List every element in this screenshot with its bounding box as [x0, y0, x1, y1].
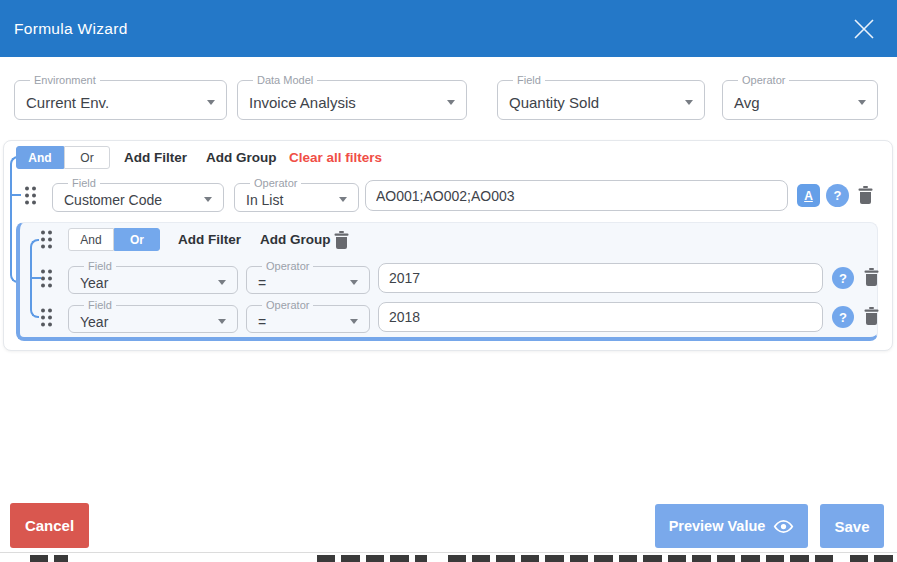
eye-icon: [773, 519, 794, 534]
chevron-down-icon: [204, 197, 212, 202]
root-add-group-button[interactable]: Add Group: [206, 150, 277, 165]
subgroup-and-toggle[interactable]: And: [68, 228, 114, 251]
year2-field-value: Year: [80, 314, 108, 330]
subgroup-add-filter-button[interactable]: Add Filter: [178, 232, 241, 247]
root-bracket-tick: [10, 194, 21, 196]
preview-value-button[interactable]: Preview Value: [655, 504, 808, 548]
environment-value: Current Env.: [26, 94, 109, 111]
subgroup-delete-button[interactable]: [334, 231, 349, 249]
save-label: Save: [834, 518, 869, 535]
chevron-down-icon: [858, 100, 866, 105]
year2-field-label: Field: [84, 300, 116, 311]
chevron-down-icon: [207, 100, 215, 105]
drag-handle-icon[interactable]: [39, 229, 53, 250]
chevron-down-icon: [350, 319, 358, 324]
close-icon: [851, 16, 877, 42]
year1-operator-value: =: [258, 275, 266, 291]
year2-value-input[interactable]: [378, 302, 823, 332]
cancel-button[interactable]: Cancel: [10, 503, 89, 548]
root-and-toggle[interactable]: And: [16, 146, 64, 169]
clear-all-filters-button[interactable]: Clear all filters: [289, 150, 382, 165]
save-button[interactable]: Save: [820, 504, 884, 548]
year2-operator-select[interactable]: Operator =: [246, 300, 370, 333]
help-icon: ?: [839, 271, 847, 286]
field-select[interactable]: Field Quantity Sold: [497, 75, 705, 120]
year2-delete-button[interactable]: [864, 307, 879, 325]
background-page-text: [472, 555, 838, 562]
help-button[interactable]: ?: [832, 306, 854, 328]
row1-operator-label: Operator: [250, 178, 301, 189]
year1-delete-button[interactable]: [864, 268, 879, 286]
modal-bottom-edge: [0, 552, 897, 553]
drag-handle-icon[interactable]: [23, 185, 37, 206]
data-model-select[interactable]: Data Model Invoice Analysis: [237, 75, 467, 120]
year1-operator-select[interactable]: Operator =: [246, 261, 370, 294]
data-model-label: Data Model: [253, 75, 317, 86]
trash-icon: [334, 231, 349, 249]
subgroup-add-group-button[interactable]: Add Group: [260, 232, 331, 247]
year1-field-label: Field: [84, 261, 116, 272]
formula-wizard-dialog: Formula Wizard Environment Current Env. …: [0, 0, 897, 562]
close-button[interactable]: [849, 14, 879, 44]
chevron-down-icon: [685, 100, 693, 105]
row1-field-value: Customer Code: [64, 192, 162, 208]
background-page-text: [317, 555, 427, 562]
drag-handle-icon[interactable]: [39, 268, 53, 289]
environment-select[interactable]: Environment Current Env.: [14, 75, 227, 120]
subgroup-or-toggle[interactable]: Or: [114, 228, 160, 251]
row1-operator-select[interactable]: Operator In List: [234, 178, 359, 212]
help-icon: ?: [839, 310, 847, 325]
chevron-down-icon: [447, 100, 455, 105]
root-or-toggle[interactable]: Or: [64, 146, 110, 169]
background-page-text: [448, 555, 466, 562]
operator-label: Operator: [738, 75, 789, 86]
environment-label: Environment: [30, 75, 100, 86]
row1-field-select[interactable]: Field Customer Code: [52, 178, 224, 212]
root-add-filter-button[interactable]: Add Filter: [124, 150, 187, 165]
cancel-label: Cancel: [25, 517, 74, 534]
chevron-down-icon: [218, 280, 226, 285]
help-button[interactable]: ?: [826, 184, 849, 207]
row1-operator-value: In List: [246, 192, 283, 208]
row1-field-label: Field: [68, 178, 100, 189]
data-model-value: Invoice Analysis: [249, 94, 356, 111]
drag-handle-icon[interactable]: [39, 307, 53, 328]
help-icon: ?: [834, 188, 842, 203]
field-value: Quantity Sold: [509, 94, 599, 111]
dialog-title: Formula Wizard: [14, 20, 128, 38]
trash-icon: [864, 307, 879, 325]
row1-value-input[interactable]: [365, 180, 788, 211]
background-page-text: [850, 555, 897, 562]
year2-operator-value: =: [258, 314, 266, 330]
year2-field-select[interactable]: Field Year: [68, 300, 238, 333]
background-page-text: [30, 555, 68, 562]
string-type-icon: A: [804, 189, 813, 203]
help-button[interactable]: ?: [832, 267, 854, 289]
year1-operator-label: Operator: [262, 261, 313, 272]
preview-value-label: Preview Value: [669, 518, 766, 534]
year2-operator-label: Operator: [262, 300, 313, 311]
dialog-header: Formula Wizard: [0, 0, 897, 57]
trash-icon: [864, 268, 879, 286]
chevron-down-icon: [218, 319, 226, 324]
year1-value-input[interactable]: [378, 263, 823, 293]
operator-select[interactable]: Operator Avg: [722, 75, 878, 120]
chevron-down-icon: [339, 197, 347, 202]
year1-field-select[interactable]: Field Year: [68, 261, 238, 294]
field-label: Field: [513, 75, 545, 86]
string-type-button[interactable]: A: [797, 184, 820, 207]
year1-field-value: Year: [80, 275, 108, 291]
row1-delete-button[interactable]: [858, 186, 873, 204]
operator-value: Avg: [734, 94, 760, 111]
trash-icon: [858, 186, 873, 204]
chevron-down-icon: [350, 280, 358, 285]
